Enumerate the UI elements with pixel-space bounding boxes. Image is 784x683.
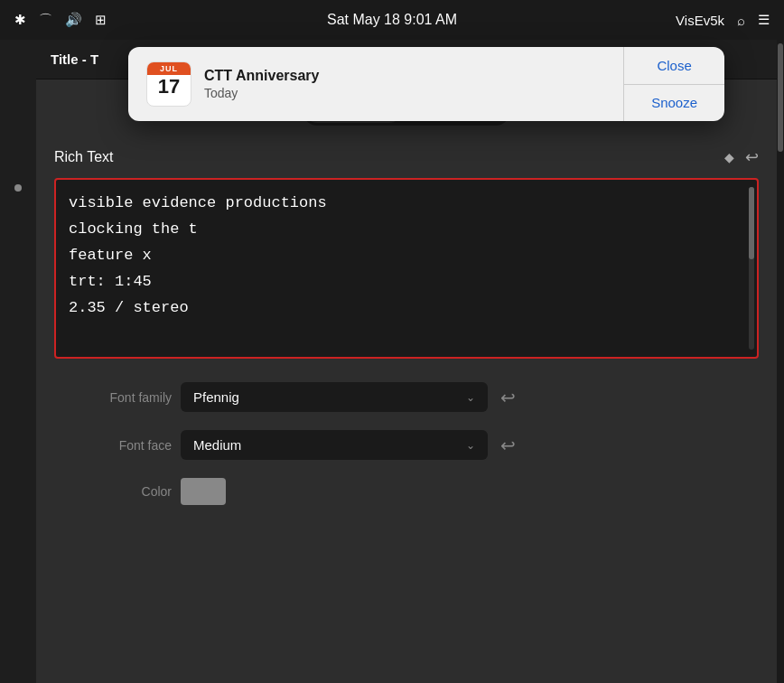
font-family-select[interactable]: Pfennig ⌄	[181, 382, 488, 412]
color-row: Color	[36, 469, 777, 514]
scrollbar-thumb	[749, 187, 754, 259]
text-line-2: clocking the t	[69, 217, 744, 243]
font-family-label: Font family	[54, 390, 172, 405]
sidebar-dot	[14, 184, 22, 192]
wifi-icon: ⌒	[39, 12, 52, 29]
title-text: Title - T	[51, 51, 98, 67]
menubar-left: ✱ ⌒ 🔊 ⊞	[14, 12, 107, 29]
scrollbar-track[interactable]	[749, 187, 754, 350]
rich-text-label: Rich Text	[54, 149, 114, 165]
chevron-down-icon: ⌄	[466, 391, 475, 404]
font-face-value: Medium	[193, 437, 241, 453]
scroll-thumb	[778, 43, 783, 152]
menubar-datetime: Sat May 18 9:01 AM	[327, 12, 457, 28]
font-face-select[interactable]: Medium ⌄	[181, 430, 488, 460]
menubar-right: VisEv5k ⌕ ☰	[676, 12, 770, 28]
reset-icon[interactable]: ↩	[745, 147, 759, 167]
content-panel: Title - T Text Video Rich Text ◆ ↩ visib…	[36, 40, 777, 683]
main-area: Title - T Text Video Rich Text ◆ ↩ visib…	[0, 40, 784, 683]
text-line-4: trt: 1:45	[69, 269, 744, 295]
notification-buttons: Close Snooze	[623, 47, 724, 121]
section-header: Rich Text ◆ ↩	[36, 140, 777, 174]
section-header-right: ◆ ↩	[724, 147, 759, 167]
notification-popup: JUL 17 CTT Anniversary Today Close Snooz…	[128, 47, 724, 121]
calendar-icon: JUL 17	[146, 61, 191, 107]
volume-icon: 🔊	[65, 12, 82, 28]
bluetooth-icon: ✱	[14, 12, 26, 28]
font-family-select-wrapper: Pfennig ⌄	[181, 382, 488, 412]
diamond-icon: ◆	[724, 150, 734, 164]
notification-subtitle: Today	[204, 86, 319, 100]
grid-icon: ⊞	[95, 12, 107, 28]
close-button[interactable]: Close	[624, 47, 724, 85]
font-family-value: Pfennig	[193, 389, 239, 405]
color-swatch[interactable]	[181, 478, 226, 505]
font-face-row: Font face Medium ⌄ ↩	[36, 421, 777, 469]
font-family-row: Font family Pfennig ⌄ ↩	[36, 373, 777, 421]
menu-icon[interactable]: ☰	[758, 12, 770, 28]
app-name: VisEv5k	[676, 13, 724, 28]
notification-title: CTT Anniversary	[204, 68, 319, 84]
text-line-1: visible evidence productions	[69, 191, 744, 217]
font-family-reset-button[interactable]: ↩	[497, 383, 519, 412]
color-label: Color	[54, 484, 172, 499]
font-face-label: Font face	[54, 438, 172, 453]
font-face-select-wrapper: Medium ⌄	[181, 430, 488, 460]
font-face-reset-button[interactable]: ↩	[497, 431, 519, 460]
rich-text-content: visible evidence productions clocking th…	[69, 191, 744, 321]
chevron-down-icon-2: ⌄	[466, 439, 475, 452]
calendar-day: 17	[158, 75, 180, 97]
right-scrollbar[interactable]	[777, 40, 784, 683]
notification-text: CTT Anniversary Today	[204, 68, 319, 100]
text-line-3: feature x	[69, 243, 744, 269]
search-icon[interactable]: ⌕	[737, 13, 745, 28]
menu-bar: ✱ ⌒ 🔊 ⊞ Sat May 18 9:01 AM VisEv5k ⌕ ☰	[0, 0, 784, 40]
notification-body: JUL 17 CTT Anniversary Today	[128, 47, 623, 121]
text-line-5: 2.35 / stereo	[69, 295, 744, 322]
calendar-month: JUL	[147, 62, 191, 75]
snooze-button[interactable]: Snooze	[624, 85, 724, 122]
sidebar-strip	[0, 40, 36, 683]
rich-text-area[interactable]: visible evidence productions clocking th…	[54, 178, 759, 359]
